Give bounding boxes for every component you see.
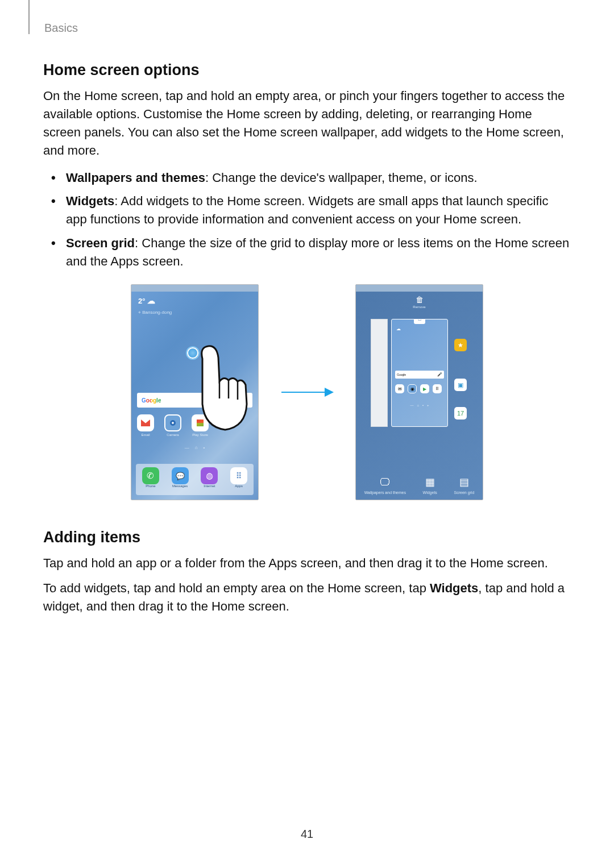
mini-camera-icon: ◉ [408,384,417,393]
option-screen-grid: ▤ Screen grid [454,475,475,495]
mini-weather: ☁ [396,326,401,331]
screen-grid-icon: ▤ [457,475,471,489]
page-tab-mark [28,0,30,34]
heading-adding-items: Adding items [43,529,571,546]
side-badge-icon: ★ [454,339,467,351]
weather-location: ⌖ Bansong-dong [138,310,172,315]
p2-part-a: To add widgets, tap and hold an empty ar… [43,581,430,595]
play-store-icon [192,414,209,431]
app-label: Play Store [192,433,209,437]
bullet-desc: : Change the size of the grid to display… [66,236,569,268]
widgets-icon: ▦ [422,475,437,489]
google-logo: Google [142,397,161,404]
app-label: Email [137,433,154,437]
home-panel-mini: ⌂ ☁ Google 🎤 ✉ ◉ ▶ ⠿ —⌂•+ [391,319,448,427]
dock-label: Phone [142,484,159,488]
adding-items-p2: To add widgets, tap and hold an empty ar… [43,579,571,616]
figure-home-screen-transition: 2° ☁ ⌖ Bansong-dong Google Email Camera … [43,284,571,500]
options-bullet-list: Wallpapers and themes: Change the device… [43,169,571,271]
option-label: Widgets [423,491,437,495]
bullet-term: Wallpapers and themes [66,171,205,185]
dock-messages-icon [172,467,189,484]
option-label: Screen grid [454,491,475,495]
mini-app-row: ✉ ◉ ▶ ⠿ [395,384,444,393]
adding-items-p1: Tap and hold an app or a folder from the… [43,554,571,572]
home-badge-icon: ⌂ [414,319,425,324]
weather-widget: 2° ☁ [138,296,155,305]
app-row: Email Camera Play Store [137,414,252,437]
mini-email-icon: ✉ [395,384,404,393]
dock-label: Messages [172,484,189,488]
google-search-bar: Google [137,393,252,408]
left-panel-thumbnail [371,319,388,427]
page-number: 41 [0,828,614,841]
mini-google-logo: Google [397,373,406,376]
arrow-icon [281,392,333,393]
play-store-app: Play Store [192,414,209,437]
remove-trash-icon: 🗑 [416,295,424,304]
location-text: Bansong-dong [142,310,172,315]
p2-widgets-bold: Widgets [430,581,478,595]
location-pin-icon: ⌖ [138,310,141,315]
bullet-wallpapers: Wallpapers and themes: Change the device… [43,169,571,187]
right-phone-screenshot: 🗑 Remove ⌂ ☁ Google 🎤 ✉ ◉ ▶ ⠿ —⌂•+ ★ ▣ [355,284,483,500]
intro-paragraph: On the Home screen, tap and hold an empt… [43,87,571,160]
bullet-desc: : Change the device's wallpaper, theme, … [205,171,478,185]
page-content: Home screen options On the Home screen, … [43,61,571,622]
mini-play-icon: ▶ [420,384,429,393]
breadcrumb: Basics [44,22,78,35]
mic-icon: 🎤 [437,372,442,377]
wallpapers-icon: 🖵 [377,475,392,489]
status-bar [356,285,483,292]
dock-phone-icon [142,467,159,484]
heading-home-screen-options: Home screen options [43,61,571,79]
dock-label: Apps [230,484,247,488]
page-indicator: —⌂• [131,445,258,450]
weather-cloud-icon: ☁ [147,296,155,305]
bullet-term: Widgets [66,194,114,208]
dock-apps-icon [230,467,247,484]
side-badge-calendar-icon: 17 [454,407,467,420]
left-phone-screenshot: 2° ☁ ⌖ Bansong-dong Google Email Camera … [131,284,259,500]
: Google 🎤 [395,371,444,379]
email-app: Email [137,414,154,437]
app-label: Camera [164,433,181,437]
section-adding-items: Adding items Tap and hold an app or a fo… [43,529,571,616]
touch-point-icon [187,347,198,359]
dock-internet-icon [201,467,218,484]
bullet-term: Screen grid [66,236,135,250]
home-options-row: 🖵 Wallpapers and themes ▦ Widgets ▤ Scre… [356,475,483,495]
dock-label: Internet [201,484,218,488]
camera-app: Camera [164,414,181,437]
option-wallpapers: 🖵 Wallpapers and themes [364,475,406,495]
option-label: Wallpapers and themes [364,491,406,495]
bullet-screen-grid: Screen grid: Change the size of the grid… [43,234,571,271]
bullet-desc: : Add widgets to the Home screen. Widget… [66,194,548,226]
remove-label: Remove [413,305,425,309]
camera-icon [164,414,181,431]
option-widgets: ▦ Widgets [422,475,437,495]
transition-arrow [281,392,333,393]
mini-page-indicator: —⌂•+ [392,404,447,407]
weather-temp: 2° [138,297,145,305]
dock: Phone Messages Internet Apps [136,464,254,495]
status-bar [131,285,258,292]
email-icon [137,414,154,431]
side-badge-icon: ▣ [454,379,467,391]
bullet-widgets: Widgets: Add widgets to the Home screen.… [43,192,571,229]
mini-folder-icon: ⠿ [433,384,442,393]
